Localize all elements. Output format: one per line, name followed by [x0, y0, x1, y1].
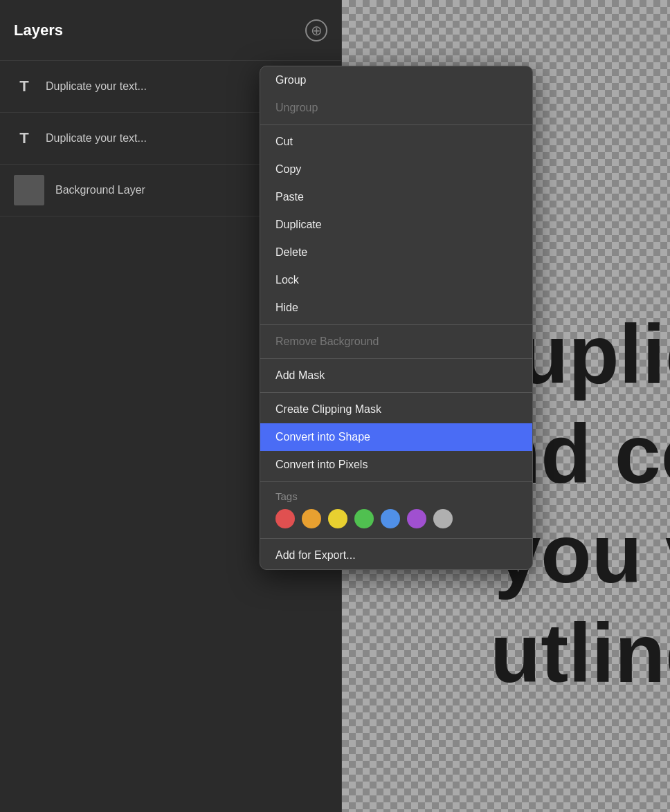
- menu-divider: [260, 392, 532, 393]
- menu-divider: [260, 324, 532, 325]
- tag-green[interactable]: [354, 509, 374, 528]
- menu-item-ungroup: Ungroup: [260, 94, 532, 122]
- menu-item-duplicate[interactable]: Duplicate: [260, 211, 532, 239]
- add-icon: ⊕: [311, 22, 323, 39]
- layer-name: Duplicate your text...: [46, 132, 147, 145]
- text-layer-icon: T: [14, 129, 35, 147]
- add-layer-button[interactable]: ⊕: [305, 19, 327, 41]
- menu-item-add-mask[interactable]: Add Mask: [260, 362, 532, 389]
- tag-orange[interactable]: [302, 509, 321, 528]
- layers-header: Layers ⊕: [0, 0, 341, 61]
- layer-thumbnail: [14, 175, 44, 205]
- context-menu: Group Ungroup Cut Copy Paste Duplicate D…: [260, 66, 533, 570]
- menu-item-lock[interactable]: Lock: [260, 266, 532, 294]
- menu-item-add-for-export[interactable]: Add for Export...: [260, 542, 532, 569]
- menu-item-convert-into-pixels[interactable]: Convert into Pixels: [260, 451, 532, 479]
- layer-name: Duplicate your text...: [46, 80, 147, 93]
- tags-circles: [275, 509, 517, 528]
- tag-gray[interactable]: [433, 509, 453, 528]
- menu-item-copy[interactable]: Copy: [260, 156, 532, 183]
- text-layer-icon: T: [14, 77, 35, 95]
- menu-item-group[interactable]: Group: [260, 66, 532, 94]
- menu-item-convert-into-shape[interactable]: Convert into Shape: [260, 423, 532, 451]
- layers-title: Layers: [14, 21, 63, 39]
- menu-item-paste[interactable]: Paste: [260, 183, 532, 211]
- menu-item-delete[interactable]: Delete: [260, 239, 532, 266]
- menu-item-cut[interactable]: Cut: [260, 128, 532, 156]
- tag-red[interactable]: [275, 509, 295, 528]
- tags-label: Tags: [275, 490, 517, 502]
- menu-divider: [260, 124, 532, 125]
- canvas-text-line: utline: [490, 603, 670, 703]
- menu-item-hide[interactable]: Hide: [260, 294, 532, 322]
- menu-divider: [260, 481, 532, 482]
- tag-yellow[interactable]: [328, 509, 347, 528]
- menu-divider: [260, 538, 532, 539]
- menu-item-remove-background: Remove Background: [260, 328, 532, 356]
- menu-item-create-clipping-mask[interactable]: Create Clipping Mask: [260, 396, 532, 423]
- layer-name: Background Layer: [55, 184, 145, 196]
- tag-purple[interactable]: [407, 509, 426, 528]
- tag-blue[interactable]: [381, 509, 400, 528]
- tags-section: Tags: [260, 485, 532, 535]
- menu-divider: [260, 358, 532, 359]
